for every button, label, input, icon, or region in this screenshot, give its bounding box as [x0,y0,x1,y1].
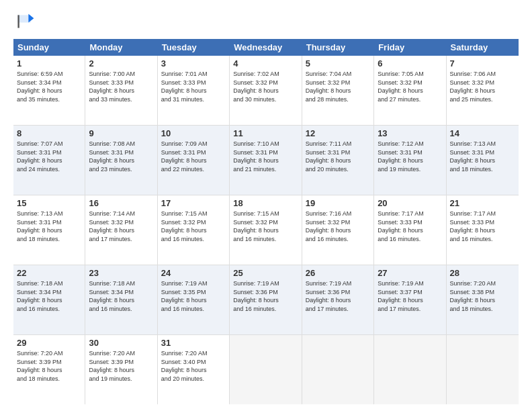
day-number: 22 [17,268,81,278]
day-cell-3: 3Sunrise: 7:01 AM Sunset: 3:33 PM Daylig… [158,56,230,125]
day-number: 23 [89,268,153,278]
day-header-tuesday: Tuesday [158,39,230,56]
day-info: Sunrise: 7:20 AM Sunset: 3:39 PM Dayligh… [17,349,81,383]
day-cell-22: 22Sunrise: 7:18 AM Sunset: 3:34 PM Dayli… [13,265,85,334]
page: SundayMondayTuesdayWednesdayThursdayFrid… [0,0,532,411]
day-cell-empty [447,335,519,404]
header [13,11,519,32]
day-cell-10: 10Sunrise: 7:09 AM Sunset: 3:31 PM Dayli… [158,126,230,195]
day-info: Sunrise: 7:20 AM Sunset: 3:39 PM Dayligh… [89,349,153,383]
day-number: 19 [306,198,370,208]
logo [13,11,38,32]
day-number: 1 [17,58,81,68]
day-info: Sunrise: 7:01 AM Sunset: 3:33 PM Dayligh… [161,70,226,103]
day-cell-14: 14Sunrise: 7:13 AM Sunset: 3:31 PM Dayli… [447,126,519,195]
day-info: Sunrise: 7:12 AM Sunset: 3:31 PM Dayligh… [378,140,442,173]
day-cell-17: 17Sunrise: 7:15 AM Sunset: 3:32 PM Dayli… [158,195,230,265]
day-number: 4 [233,58,298,68]
day-info: Sunrise: 7:00 AM Sunset: 3:33 PM Dayligh… [89,70,153,103]
day-info: Sunrise: 7:15 AM Sunset: 3:32 PM Dayligh… [161,210,226,243]
day-cell-empty [374,335,446,404]
day-cell-2: 2Sunrise: 7:00 AM Sunset: 3:33 PM Daylig… [85,56,157,125]
day-cell-24: 24Sunrise: 7:19 AM Sunset: 3:35 PM Dayli… [158,265,230,334]
day-cell-21: 21Sunrise: 7:17 AM Sunset: 3:33 PM Dayli… [447,195,519,265]
day-info: Sunrise: 7:20 AM Sunset: 3:40 PM Dayligh… [161,349,226,383]
day-number: 3 [161,58,226,68]
day-cell-27: 27Sunrise: 7:19 AM Sunset: 3:37 PM Dayli… [374,265,446,334]
day-number: 30 [89,338,153,348]
calendar-header: SundayMondayTuesdayWednesdayThursdayFrid… [13,39,519,56]
day-info: Sunrise: 7:05 AM Sunset: 3:32 PM Dayligh… [378,70,442,103]
day-number: 29 [17,338,81,348]
day-cell-9: 9Sunrise: 7:08 AM Sunset: 3:31 PM Daylig… [85,126,157,195]
week-row-1: 1Sunrise: 6:59 AM Sunset: 3:34 PM Daylig… [13,56,519,126]
day-number: 7 [450,58,515,68]
day-header-wednesday: Wednesday [230,39,302,56]
logo-icon [13,11,35,32]
svg-rect-2 [17,15,19,28]
day-cell-19: 19Sunrise: 7:16 AM Sunset: 3:32 PM Dayli… [302,195,374,265]
day-number: 27 [378,268,442,278]
day-cell-26: 26Sunrise: 7:19 AM Sunset: 3:36 PM Dayli… [302,265,374,334]
day-number: 9 [89,128,153,138]
day-number: 25 [233,268,298,278]
day-info: Sunrise: 7:07 AM Sunset: 3:31 PM Dayligh… [17,140,81,173]
day-number: 21 [450,198,515,208]
day-info: Sunrise: 7:20 AM Sunset: 3:38 PM Dayligh… [450,279,515,313]
day-cell-12: 12Sunrise: 7:11 AM Sunset: 3:31 PM Dayli… [302,126,374,195]
day-number: 28 [450,268,515,278]
day-cell-4: 4Sunrise: 7:02 AM Sunset: 3:32 PM Daylig… [230,56,302,125]
day-number: 13 [378,128,442,138]
day-number: 17 [161,198,226,208]
day-info: Sunrise: 7:15 AM Sunset: 3:32 PM Dayligh… [233,210,298,243]
day-header-friday: Friday [374,39,446,56]
day-cell-empty [302,335,374,404]
day-number: 2 [89,58,153,68]
day-cell-11: 11Sunrise: 7:10 AM Sunset: 3:31 PM Dayli… [230,126,302,195]
day-header-monday: Monday [85,39,157,56]
day-info: Sunrise: 7:08 AM Sunset: 3:31 PM Dayligh… [89,140,153,173]
day-info: Sunrise: 7:09 AM Sunset: 3:31 PM Dayligh… [161,140,226,173]
day-cell-29: 29Sunrise: 7:20 AM Sunset: 3:39 PM Dayli… [13,335,85,404]
svg-marker-1 [28,14,34,23]
day-cell-6: 6Sunrise: 7:05 AM Sunset: 3:32 PM Daylig… [374,56,446,125]
day-info: Sunrise: 7:13 AM Sunset: 3:31 PM Dayligh… [17,210,81,243]
calendar-body: 1Sunrise: 6:59 AM Sunset: 3:34 PM Daylig… [13,56,519,404]
day-number: 11 [233,128,298,138]
day-number: 24 [161,268,226,278]
day-info: Sunrise: 7:18 AM Sunset: 3:34 PM Dayligh… [17,279,81,313]
day-cell-28: 28Sunrise: 7:20 AM Sunset: 3:38 PM Dayli… [447,265,519,334]
day-info: Sunrise: 7:14 AM Sunset: 3:32 PM Dayligh… [89,210,153,243]
calendar: SundayMondayTuesdayWednesdayThursdayFrid… [13,39,519,404]
day-info: Sunrise: 7:06 AM Sunset: 3:32 PM Dayligh… [450,70,515,103]
day-number: 10 [161,128,226,138]
day-cell-13: 13Sunrise: 7:12 AM Sunset: 3:31 PM Dayli… [374,126,446,195]
day-number: 20 [378,198,442,208]
day-cell-31: 31Sunrise: 7:20 AM Sunset: 3:40 PM Dayli… [158,335,230,404]
day-info: Sunrise: 7:16 AM Sunset: 3:32 PM Dayligh… [306,210,370,243]
day-info: Sunrise: 6:59 AM Sunset: 3:34 PM Dayligh… [17,70,81,103]
day-number: 15 [17,198,81,208]
day-number: 14 [450,128,515,138]
week-row-3: 15Sunrise: 7:13 AM Sunset: 3:31 PM Dayli… [13,195,519,265]
day-header-thursday: Thursday [302,39,374,56]
day-cell-18: 18Sunrise: 7:15 AM Sunset: 3:32 PM Dayli… [230,195,302,265]
day-info: Sunrise: 7:19 AM Sunset: 3:35 PM Dayligh… [161,279,226,313]
day-number: 6 [378,58,442,68]
day-cell-23: 23Sunrise: 7:18 AM Sunset: 3:34 PM Dayli… [85,265,157,334]
day-header-sunday: Sunday [13,39,85,56]
day-number: 31 [161,338,226,348]
day-info: Sunrise: 7:19 AM Sunset: 3:36 PM Dayligh… [306,279,370,313]
week-row-5: 29Sunrise: 7:20 AM Sunset: 3:39 PM Dayli… [13,335,519,404]
day-cell-16: 16Sunrise: 7:14 AM Sunset: 3:32 PM Dayli… [85,195,157,265]
day-number: 8 [17,128,81,138]
day-info: Sunrise: 7:18 AM Sunset: 3:34 PM Dayligh… [89,279,153,313]
day-number: 12 [306,128,370,138]
day-cell-1: 1Sunrise: 6:59 AM Sunset: 3:34 PM Daylig… [13,56,85,125]
day-info: Sunrise: 7:19 AM Sunset: 3:36 PM Dayligh… [233,279,298,313]
week-row-2: 8Sunrise: 7:07 AM Sunset: 3:31 PM Daylig… [13,126,519,195]
day-info: Sunrise: 7:11 AM Sunset: 3:31 PM Dayligh… [306,140,370,173]
day-info: Sunrise: 7:19 AM Sunset: 3:37 PM Dayligh… [378,279,442,313]
day-number: 18 [233,198,298,208]
day-info: Sunrise: 7:04 AM Sunset: 3:32 PM Dayligh… [306,70,370,103]
